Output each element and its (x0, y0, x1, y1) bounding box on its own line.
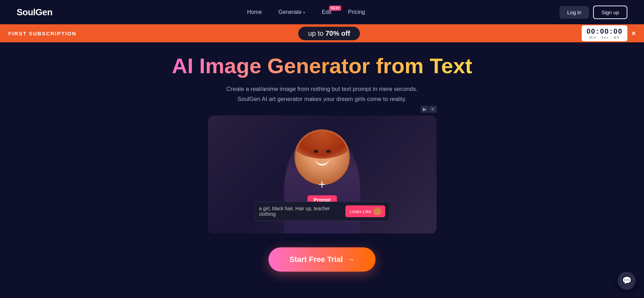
brand-logo[interactable]: SoulGen (17, 7, 52, 18)
timer-digits: 00 : 00 : 00 (586, 27, 623, 35)
start-trial-button[interactable]: Start Free Trial → (268, 247, 375, 272)
nav-link-home[interactable]: Home (247, 9, 262, 15)
timer-label-ms: MS (614, 36, 620, 39)
promo-offer-bold: 70% off (325, 29, 350, 37)
face-smile (315, 159, 329, 165)
prompt-input-text: a girl, black hair, Hair up, teacher clo… (259, 206, 343, 217)
ad-play-button[interactable]: ▶ (421, 106, 428, 113)
hero-subtitle: Create a real/anime image from nothing b… (227, 84, 418, 104)
signup-button[interactable]: Sign up (593, 6, 627, 19)
promo-timer: 00 : 00 : 00 Min Sec MS (582, 25, 627, 41)
face-eyes (314, 150, 331, 153)
hero-section: AI Image Generator from Text Create a re… (0, 42, 644, 282)
nav-edit-wrapper[interactable]: Edit NEW (322, 9, 332, 15)
nav-actions: Log in Sign up (559, 6, 627, 19)
demo-avatar-circle (294, 129, 350, 185)
navbar: SoulGen Home Generate ▾ Edit NEW Pricing… (0, 0, 644, 24)
promo-close-button[interactable]: × (632, 29, 636, 37)
demo-image-card: + Prompt a girl, black hair, Hair up, te… (208, 116, 436, 233)
promo-right: 00 : 00 : 00 Min Sec MS × (582, 25, 636, 41)
avatar-face (296, 131, 349, 184)
timer-ms: 00 (614, 27, 623, 35)
eye-left (314, 150, 318, 153)
ad-close-button[interactable]: ✕ (429, 106, 436, 113)
timer-label-sec: Sec (601, 36, 609, 39)
timer-min: 00 (586, 27, 596, 35)
nav-item-generate[interactable]: Generate ▾ (279, 9, 305, 15)
timer-sec: 00 (600, 27, 609, 35)
nav-link-generate[interactable]: Generate ▾ (279, 9, 305, 15)
ad-controls: ▶ ✕ (421, 106, 436, 113)
nav-item-pricing[interactable]: Pricing (348, 9, 365, 15)
new-badge: NEW (329, 6, 341, 11)
image-card-wrapper: ▶ ✕ + Prompt a girl, (208, 116, 436, 233)
chat-bubble-icon: 💬 (622, 276, 632, 285)
promo-banner: FIRST SUBSCRIPTION up to 70% off 00 : 00… (0, 24, 644, 42)
timer-label-min: Min (590, 36, 597, 39)
plus-icon: + (318, 177, 326, 192)
prompt-bar[interactable]: a girl, black hair, Hair up, teacher clo… (255, 202, 390, 221)
looks-like-avatar (373, 207, 381, 215)
nav-links: Home Generate ▾ Edit NEW Pricing (247, 9, 365, 15)
promo-center: up to 70% off (77, 27, 582, 40)
login-button[interactable]: Log in (559, 6, 589, 19)
nav-item-home[interactable]: Home (247, 9, 262, 15)
promo-offer-text: up to (308, 29, 325, 37)
cta-wrapper: Start Free Trial → (268, 247, 375, 272)
looks-like-label: Looks Like (350, 209, 371, 214)
chat-bubble[interactable]: 💬 (618, 272, 636, 290)
hero-title: AI Image Generator from Text (172, 53, 472, 78)
nav-link-pricing[interactable]: Pricing (348, 9, 365, 15)
promo-first-sub-label: FIRST SUBSCRIPTION (8, 31, 77, 36)
nav-item-edit[interactable]: Edit NEW (322, 9, 332, 15)
timer-labels: Min Sec MS (590, 36, 620, 39)
start-trial-label: Start Free Trial (289, 255, 343, 264)
promo-offer-pill[interactable]: up to 70% off (298, 27, 360, 40)
timer-colon-1: : (596, 27, 599, 35)
dropdown-arrow-icon: ▾ (303, 10, 305, 15)
timer-colon-2: : (610, 27, 613, 35)
start-trial-arrow-icon: → (347, 255, 355, 264)
eye-right (326, 150, 331, 153)
looks-like-button[interactable]: Looks Like (345, 205, 385, 217)
